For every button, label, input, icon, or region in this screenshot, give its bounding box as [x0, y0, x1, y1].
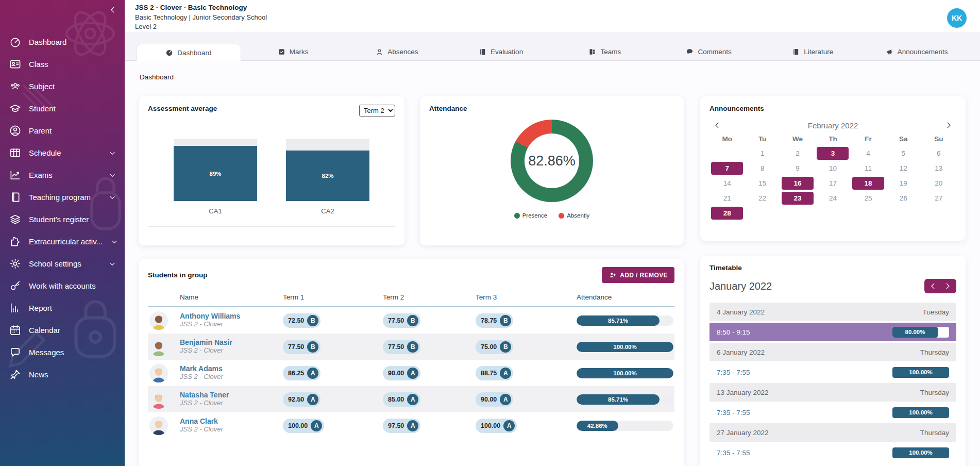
sidebar-item-subject[interactable]: Subject	[0, 75, 125, 97]
tab-marks[interactable]: Marks	[241, 43, 345, 60]
calendar-highlighted-date[interactable]: 18	[852, 177, 884, 190]
sidebar-item-report[interactable]: Report	[0, 297, 125, 319]
timetable-time-link[interactable]: 7:35 - 7:55	[717, 409, 750, 417]
calendar-empty-cell	[709, 147, 745, 160]
calendar-date-27[interactable]: 27	[921, 192, 956, 205]
calendar-highlighted-date[interactable]: 3	[817, 147, 849, 160]
attendance-cell: 85.71%	[577, 394, 673, 405]
calendar-date-15[interactable]: 15	[745, 177, 780, 190]
calendar-date-9[interactable]: 9	[780, 162, 815, 175]
calendar-date-11[interactable]: 11	[851, 162, 886, 175]
add-remove-button[interactable]: ADD / REMOVE	[602, 267, 674, 283]
calendar-date-7[interactable]: 7	[709, 162, 745, 175]
sidebar-collapse-button[interactable]	[108, 5, 120, 16]
timetable-prev-button[interactable]	[928, 281, 938, 291]
tab-user-icon	[376, 48, 383, 56]
calendar-date-16[interactable]: 16	[780, 177, 815, 190]
sidebar-item-student[interactable]: Student	[0, 97, 125, 120]
tab-megaphone-icon	[886, 48, 893, 56]
calendar-date-19[interactable]: 19	[886, 177, 921, 190]
user-avatar[interactable]: KK	[947, 8, 967, 28]
tab-announcements[interactable]: Announcements	[865, 43, 969, 60]
calendar-highlighted-date[interactable]: 7	[711, 162, 743, 175]
student-name-link[interactable]: Natasha Tener	[180, 391, 283, 400]
page-header-title: JSS 2 - Clover - Basic Technology	[135, 3, 980, 12]
grade-badge: A	[307, 368, 318, 379]
calendar-date-8[interactable]: 8	[745, 162, 780, 175]
timetable-date: 6 January 2022	[717, 348, 765, 356]
puzzle-icon	[9, 236, 21, 247]
score-pill: 90.00A	[476, 392, 513, 407]
calendar-date-20[interactable]: 20	[921, 177, 956, 190]
calendar-highlighted-date[interactable]: 16	[782, 177, 814, 190]
timetable-next-button[interactable]	[943, 281, 952, 291]
calendar-next-button[interactable]	[944, 121, 953, 130]
student-name-link[interactable]: Benjamin Nasir	[180, 338, 283, 347]
calendar-date-22[interactable]: 22	[745, 192, 780, 205]
term-1-cell: 100.00A	[283, 419, 383, 433]
score-value: 77.50	[388, 317, 404, 324]
sidebar-item-label: Calendar	[29, 326, 60, 335]
term-2-cell: 77.50B	[383, 313, 476, 328]
sidebar-item-work-with-accounts[interactable]: Work with accounts	[0, 275, 125, 297]
sidebar-item-label: Subject	[29, 82, 55, 91]
gauge-icon	[9, 36, 21, 48]
tab-evaluation[interactable]: Evaluation	[449, 43, 553, 60]
sidebar-item-student-s-register[interactable]: Student's register	[0, 208, 125, 230]
calendar-date-12[interactable]: 12	[886, 162, 921, 175]
calendar-date-24[interactable]: 24	[815, 192, 850, 205]
calendar-date-28[interactable]: 28	[709, 207, 745, 220]
calendar-date-13[interactable]: 13	[921, 162, 956, 175]
sidebar-item-schedule[interactable]: Schedule	[0, 142, 125, 164]
tab-teams[interactable]: Teams	[553, 43, 657, 60]
tab-dashboard[interactable]: Dashboard	[136, 44, 241, 61]
calendar-date-23[interactable]: 23	[780, 192, 815, 205]
calendar-date-18[interactable]: 18	[851, 177, 886, 190]
student-name-link[interactable]: Anna Clark	[180, 417, 283, 426]
calendar-highlighted-date[interactable]: 28	[711, 207, 743, 220]
sidebar-item-class[interactable]: Class	[0, 53, 125, 75]
calendar-date-26[interactable]: 26	[886, 192, 921, 205]
calendar-day-header: Th	[815, 135, 850, 143]
calendar-date-25[interactable]: 25	[851, 192, 886, 205]
sidebar-item-extracurricular-activ[interactable]: Extracurricular activ...	[0, 230, 125, 253]
timetable-time-link[interactable]: 8:50 - 9:15	[717, 328, 750, 336]
chevron-down-icon	[108, 260, 116, 268]
timetable-time-link[interactable]: 7:35 - 7:55	[717, 449, 750, 457]
announcements-card: Announcements February 2022 MoTuWeThFrSa…	[700, 96, 966, 241]
calendar-prev-button[interactable]	[713, 121, 722, 130]
term-selector[interactable]: Term 2	[359, 105, 395, 116]
calendar-date-1[interactable]: 1	[745, 147, 780, 160]
calendar-date-17[interactable]: 17	[815, 177, 850, 190]
student-name-link[interactable]: Anthony Williams	[180, 312, 283, 321]
calendar-date-21[interactable]: 21	[709, 192, 745, 205]
tab-absences[interactable]: Absences	[345, 43, 449, 60]
student-name-link[interactable]: Mark Adams	[180, 364, 283, 373]
calendar-date-3[interactable]: 3	[815, 147, 850, 160]
calendar-date-4[interactable]: 4	[851, 147, 886, 160]
timetable-time-link[interactable]: 7:35 - 7:55	[717, 369, 750, 376]
term-1-cell: 72.50B	[283, 313, 383, 328]
score-value: 78.75	[481, 317, 497, 324]
calendar-date-10[interactable]: 10	[815, 162, 850, 175]
sidebar-item-exams[interactable]: Exams	[0, 164, 125, 186]
sidebar-item-dashboard[interactable]: Dashboard	[0, 31, 125, 53]
chat-icon	[9, 346, 21, 358]
tab-literature[interactable]: Literature	[761, 43, 865, 60]
sidebar-item-teaching-program[interactable]: Teaching program	[0, 186, 125, 208]
calendar-date-5[interactable]: 5	[886, 147, 921, 160]
sidebar-item-label: Class	[29, 60, 48, 69]
calendar-date-6[interactable]: 6	[921, 147, 956, 160]
sidebar-item-messages[interactable]: Messages	[0, 341, 125, 363]
sidebar-item-calendar[interactable]: Calendar	[0, 319, 125, 341]
calendar-highlighted-date[interactable]: 23	[782, 192, 814, 205]
sidebar-item-school-settings[interactable]: School settings	[0, 253, 125, 275]
sidebar-item-news[interactable]: News	[0, 363, 125, 386]
calendar-date-14[interactable]: 14	[709, 177, 745, 190]
sidebar-item-parent[interactable]: Parent	[0, 120, 125, 142]
calendar-date-2[interactable]: 2	[780, 147, 815, 160]
grade-badge: A	[407, 420, 418, 431]
student-group: JSS 2 - Clover	[180, 373, 283, 381]
bar-category-label: CA2	[286, 207, 369, 215]
tab-comments[interactable]: Comments	[657, 43, 761, 60]
